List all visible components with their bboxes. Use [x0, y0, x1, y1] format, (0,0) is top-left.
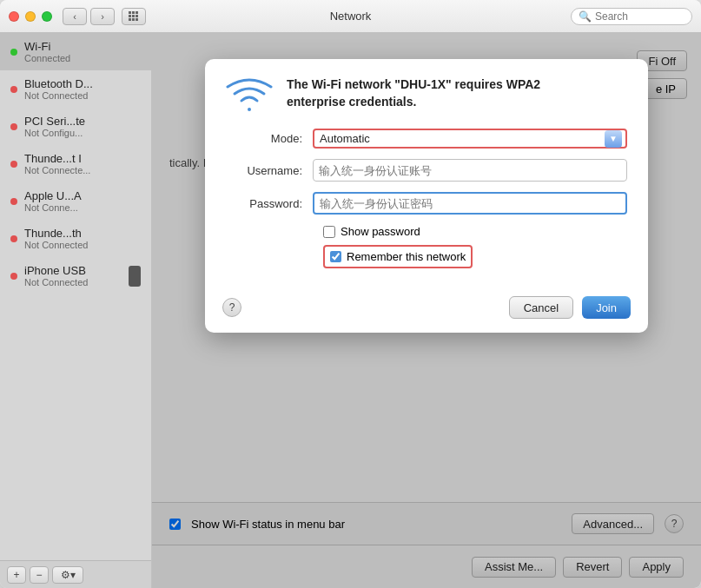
- gear-icon: ⚙: [61, 569, 70, 581]
- cancel-button[interactable]: Cancel: [509, 296, 573, 319]
- status-dot-wifi: [10, 49, 17, 56]
- password-control: [313, 192, 627, 215]
- nav-buttons: ‹ ›: [63, 8, 146, 25]
- sidebar-item-text-bluetooth: Bluetooth D... Not Connected: [24, 77, 93, 101]
- item-name-thunderbolt2: Thunde...th: [24, 227, 88, 240]
- mode-row: Mode: Automatic TTLS PEAP TLS LEAP: [226, 129, 627, 149]
- gear-menu-button[interactable]: ⚙▾: [52, 566, 83, 584]
- svg-rect-4: [132, 15, 135, 17]
- item-status-thunderbolt1: Not Connecte...: [24, 165, 90, 175]
- item-name-iphone-usb: iPhone USB: [24, 264, 88, 277]
- sidebar-item-wifi[interactable]: Wi-Fi Connected: [0, 33, 151, 70]
- search-input[interactable]: [595, 10, 684, 23]
- modal-body: Mode: Automatic TTLS PEAP TLS LEAP: [205, 129, 648, 286]
- remember-network-row: Remember this network: [323, 245, 627, 268]
- mode-select[interactable]: Automatic TTLS PEAP TLS LEAP EAP-SIM EAP…: [320, 132, 620, 145]
- status-dot-iphone-usb: [10, 273, 17, 280]
- sidebar-toolbar: + − ⚙▾: [0, 560, 151, 588]
- mode-label: Mode:: [226, 132, 313, 145]
- item-status-bluetooth: Not Connected: [24, 90, 93, 101]
- svg-rect-6: [129, 18, 131, 21]
- mode-select-container: Automatic TTLS PEAP TLS LEAP EAP-SIM EAP…: [313, 129, 627, 149]
- svg-rect-0: [129, 11, 131, 14]
- password-input[interactable]: [313, 192, 627, 215]
- back-button[interactable]: ‹: [63, 8, 87, 25]
- svg-rect-3: [129, 15, 131, 17]
- mode-control: Automatic TTLS PEAP TLS LEAP EAP-SIM EAP…: [313, 129, 627, 149]
- item-name-pci: PCI Seri...te: [24, 115, 85, 128]
- sidebar: Wi-Fi Connected Bluetooth D... Not Conne…: [0, 33, 152, 588]
- svg-rect-5: [136, 15, 138, 17]
- item-status-wifi: Connected: [24, 53, 70, 63]
- sidebar-item-text-apple-usb: Apple U...A Not Conne...: [24, 189, 82, 213]
- close-button[interactable]: [9, 11, 19, 22]
- wifi-icon: [226, 76, 273, 115]
- fullscreen-button[interactable]: [42, 11, 52, 22]
- modal-overlay: The Wi-Fi network "DHU-1X" requires WPA2…: [152, 33, 701, 588]
- sidebar-item-apple-usb[interactable]: Apple U...A Not Conne...: [0, 182, 151, 220]
- password-label: Password:: [226, 197, 313, 210]
- item-name-wifi: Wi-Fi: [24, 40, 70, 53]
- item-name-thunderbolt1: Thunde...t I: [24, 152, 90, 165]
- show-password-row: Show password: [323, 225, 627, 238]
- username-input[interactable]: [313, 159, 627, 182]
- sidebar-item-bluetooth[interactable]: Bluetooth D... Not Connected: [0, 70, 151, 108]
- content-area: Wi-Fi Connected Bluetooth D... Not Conne…: [0, 33, 701, 588]
- add-network-button[interactable]: +: [7, 566, 26, 584]
- sidebar-item-iphone-usb[interactable]: iPhone USB Not Connected: [0, 257, 151, 294]
- item-status-apple-usb: Not Conne...: [24, 202, 82, 213]
- remember-network-checkbox[interactable]: [330, 251, 341, 262]
- remember-network-label: Remember this network: [347, 250, 466, 263]
- minimize-button[interactable]: [25, 11, 36, 22]
- svg-rect-1: [132, 11, 135, 14]
- modal-header: The Wi-Fi network "DHU-1X" requires WPA2…: [205, 59, 648, 129]
- modal-footer: ? Cancel Join: [205, 286, 648, 333]
- username-control: [313, 159, 627, 182]
- item-name-apple-usb: Apple U...A: [24, 189, 82, 202]
- remove-network-button[interactable]: −: [30, 566, 49, 584]
- join-button[interactable]: Join: [582, 296, 631, 319]
- password-row: Password:: [226, 192, 627, 215]
- status-dot-thunderbolt1: [10, 161, 17, 168]
- titlebar: ‹ › Network 🔍: [0, 0, 701, 33]
- search-box[interactable]: 🔍: [571, 8, 692, 25]
- search-icon: 🔍: [579, 10, 592, 23]
- username-label: Username:: [226, 164, 313, 177]
- sidebar-item-text-wifi: Wi-Fi Connected: [24, 40, 70, 63]
- username-row: Username:: [226, 159, 627, 182]
- sidebar-list: Wi-Fi Connected Bluetooth D... Not Conne…: [0, 33, 151, 560]
- svg-rect-7: [132, 18, 135, 21]
- sidebar-item-text-thunderbolt2: Thunde...th Not Connected: [24, 227, 88, 250]
- window-title: Network: [330, 10, 372, 23]
- wpa2-credentials-modal: The Wi-Fi network "DHU-1X" requires WPA2…: [205, 59, 648, 333]
- iphone-icon: [129, 266, 141, 287]
- sidebar-item-text-thunderbolt1: Thunde...t I Not Connecte...: [24, 152, 90, 175]
- forward-button[interactable]: ›: [90, 8, 115, 25]
- item-name-bluetooth: Bluetooth D...: [24, 77, 93, 90]
- item-status-iphone-usb: Not Connected: [24, 277, 88, 287]
- traffic-lights: [9, 11, 52, 22]
- modal-help-button[interactable]: ?: [222, 298, 241, 317]
- status-dot-thunderbolt2: [10, 235, 17, 242]
- sidebar-item-thunderbolt2[interactable]: Thunde...th Not Connected: [0, 220, 151, 257]
- sidebar-item-thunderbolt1[interactable]: Thunde...t I Not Connecte...: [0, 145, 151, 182]
- sidebar-item-text-pci: PCI Seri...te Not Configu...: [24, 115, 85, 138]
- status-dot-bluetooth: [10, 86, 17, 93]
- svg-rect-8: [136, 18, 138, 21]
- main-window: ‹ › Network 🔍: [0, 0, 701, 588]
- remember-checkbox-container: Remember this network: [323, 245, 473, 268]
- svg-rect-2: [136, 11, 138, 14]
- modal-title: The Wi-Fi network "DHU-1X" requires WPA2…: [287, 76, 540, 110]
- status-dot-pci: [10, 123, 17, 130]
- sidebar-item-text-iphone-usb: iPhone USB Not Connected: [24, 264, 88, 287]
- dropdown-arrow-icon: ▼: [605, 130, 622, 148]
- show-password-label: Show password: [341, 225, 420, 238]
- grid-button[interactable]: [122, 8, 146, 25]
- show-password-checkbox[interactable]: [323, 226, 335, 238]
- status-dot-apple-usb: [10, 198, 17, 205]
- main-panel: Fi Off e IP tically. If will have Show W…: [152, 33, 701, 588]
- item-status-thunderbolt2: Not Connected: [24, 240, 88, 250]
- item-status-pci: Not Configu...: [24, 128, 85, 138]
- sidebar-item-pci[interactable]: PCI Seri...te Not Configu...: [0, 108, 151, 145]
